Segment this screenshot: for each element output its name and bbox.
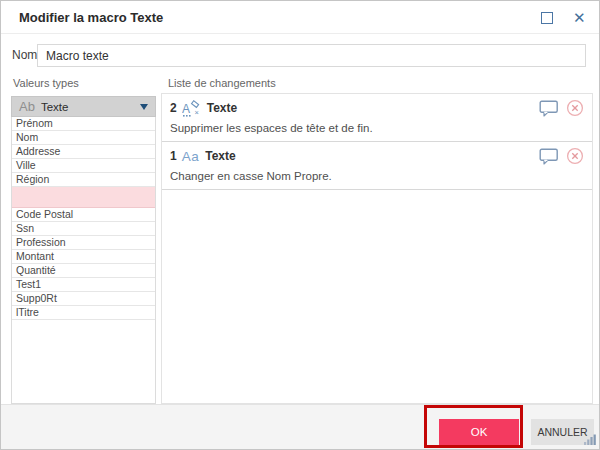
change-description: Changer en casse Nom Propre. [170, 170, 584, 182]
trim-spaces-icon: A × [182, 100, 201, 117]
type-values-header: Valeurs types [13, 77, 79, 89]
type-value-row[interactable]: Test1 [12, 278, 155, 292]
type-value-row[interactable]: lTitre [12, 306, 155, 320]
changes-list: 2 A × Texte [161, 93, 593, 404]
delete-icon[interactable] [566, 147, 584, 165]
ab-text-icon: Ab [19, 99, 35, 114]
change-title: Texte [207, 101, 237, 115]
type-value-row[interactable]: Code Postal [12, 208, 155, 222]
type-value-row[interactable]: Ssn [12, 222, 155, 236]
chevron-down-icon [140, 104, 148, 110]
comment-icon[interactable] [539, 100, 559, 117]
delete-icon[interactable] [566, 99, 584, 117]
type-filter-dropdown[interactable]: Ab Texte [11, 96, 156, 117]
type-value-row[interactable]: Nom [12, 131, 155, 145]
macro-name-input[interactable] [37, 44, 586, 67]
type-value-row-highlighted[interactable] [12, 187, 155, 208]
svg-text:×: × [194, 107, 198, 116]
type-value-row[interactable]: Addresse [12, 145, 155, 159]
edit-macro-dialog: Modifier la macro Texte ✕ Nom Valeurs ty… [0, 0, 600, 450]
comment-icon[interactable] [539, 148, 559, 165]
type-value-row[interactable]: Prénom [12, 117, 155, 131]
maximize-icon[interactable] [541, 12, 553, 24]
change-item: 1 Aa Texte [162, 142, 592, 190]
type-value-row[interactable]: Ville [12, 159, 155, 173]
dialog-footer: OK ANNULER [1, 404, 599, 450]
change-title: Texte [205, 149, 235, 163]
dropdown-selected-value: Texte [41, 101, 69, 113]
change-case-icon: Aa [182, 149, 200, 164]
close-icon[interactable]: ✕ [573, 8, 589, 28]
ok-button[interactable]: OK [439, 419, 519, 445]
change-order-number: 2 [170, 101, 177, 115]
change-order-number: 1 [170, 149, 177, 163]
type-values-list: Prénom Nom Addresse Ville Région Code Po… [11, 117, 156, 404]
type-value-row[interactable]: Montant [12, 250, 155, 264]
dialog-title: Modifier la macro Texte [19, 1, 163, 34]
name-field-label: Nom [12, 48, 37, 62]
svg-text:A: A [182, 102, 190, 116]
type-value-row[interactable]: Quantité [12, 264, 155, 278]
change-description: Supprimer les espaces de tête et de fin. [170, 122, 584, 134]
change-item: 2 A × Texte [162, 94, 592, 142]
change-item-header: 2 A × Texte [170, 98, 584, 118]
changes-list-header: Liste de changements [168, 77, 276, 89]
type-value-row[interactable]: Supp0Rt [12, 292, 155, 306]
titlebar: Modifier la macro Texte ✕ [1, 1, 599, 34]
resize-grip[interactable] [584, 431, 596, 449]
type-value-row[interactable]: Profession [12, 236, 155, 250]
type-value-row[interactable]: Région [12, 173, 155, 187]
change-item-header: 1 Aa Texte [170, 146, 584, 166]
